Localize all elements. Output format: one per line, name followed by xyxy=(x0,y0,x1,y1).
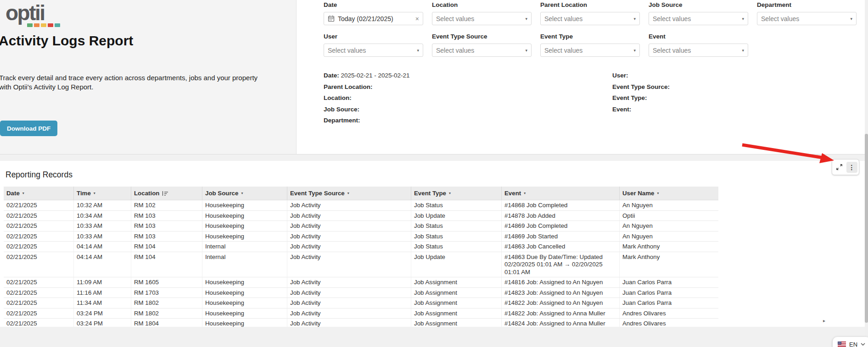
filter-event: EventSelect values▾ xyxy=(649,33,748,57)
report-header-pane: optii Activity Logs Report Track every d… xyxy=(0,0,297,154)
filter-job-source: Job SourceSelect values▾ xyxy=(649,1,748,25)
cell-user-name: Andres Olivares xyxy=(619,308,718,319)
column-header-label: User Name xyxy=(622,190,654,197)
cell-job-source: Internal xyxy=(202,242,287,252)
table-row: 02/21/202510:33 AMRM 103HousekeepingJob … xyxy=(4,221,718,231)
table-row: 02/21/202510:32 AMRM 102HousekeepingJob … xyxy=(4,200,718,211)
filter-label: Event Type Source xyxy=(432,33,532,41)
summary-right-column: User:Event Type Source:Event Type:Event: xyxy=(612,72,670,117)
cell-event: #14824 Job: Assigned to Anna Muller xyxy=(501,319,619,327)
sort-active-icon xyxy=(162,191,169,196)
column-header-user-name[interactable]: User Name▾ xyxy=(619,187,718,200)
cell-time: 10:33 AM xyxy=(73,231,131,242)
filter-label: User xyxy=(324,33,423,41)
kebab-menu-button[interactable]: ⋮ xyxy=(846,162,857,173)
cell-event-type: Job Update xyxy=(411,252,501,277)
column-header-location[interactable]: Location xyxy=(131,187,202,200)
cell-date: 02/21/2025 xyxy=(4,319,73,327)
cell-event-type-source: Job Activity xyxy=(287,252,411,277)
cell-date: 02/21/2025 xyxy=(4,277,73,287)
filter-event-type-source: Event Type SourceSelect values▾ xyxy=(432,33,532,57)
cell-location: RM 102 xyxy=(131,200,202,210)
vertical-scrollbar-thumb[interactable] xyxy=(865,134,868,323)
cell-event-type-source: Job Activity xyxy=(287,298,411,308)
sort-caret-icon: ▾ xyxy=(347,191,349,195)
chevron-down-icon: ▾ xyxy=(525,48,527,53)
panel-actions-toolbar: ⋮ xyxy=(832,159,859,175)
column-header-event[interactable]: Event▾ xyxy=(501,187,619,200)
cell-time: 11:34 AM xyxy=(73,298,131,308)
cell-location: RM 1802 xyxy=(131,298,202,308)
chevron-down-icon xyxy=(861,343,865,346)
summary-value: 2025-02-21 - 2025-02-21 xyxy=(339,72,410,79)
page-title: Activity Logs Report xyxy=(0,33,133,49)
reporting-records-title: Reporting Records xyxy=(6,170,73,180)
table-row: 02/21/202511:09 AMRM 1605HousekeepingJob… xyxy=(4,277,718,288)
cell-event-type-source: Job Activity xyxy=(287,221,411,231)
cell-user-name: Juan Carlos Parra xyxy=(619,298,718,308)
table-row: 02/21/202503:24 PMRM 1802HousekeepingJob… xyxy=(4,308,718,319)
chevron-down-icon: ▾ xyxy=(633,48,636,53)
department-dropdown[interactable]: Select values▾ xyxy=(757,12,857,25)
date-filter-value: Today (02/21/2025) xyxy=(338,15,415,22)
summary-event-type: Event Type: xyxy=(612,94,670,106)
clear-icon[interactable]: × xyxy=(415,16,419,22)
column-header-event-type-source[interactable]: Event Type Source▾ xyxy=(287,187,411,200)
date-date-picker[interactable]: Today (02/21/2025)× xyxy=(324,12,423,25)
filter-label: Department xyxy=(757,1,857,10)
summary-date: Date: 2025-02-21 - 2025-02-21 xyxy=(324,72,410,83)
records-table-body: 02/21/202510:32 AMRM 102HousekeepingJob … xyxy=(4,200,718,327)
event-dropdown[interactable]: Select values▾ xyxy=(649,44,748,57)
filter-label: Job Source xyxy=(649,1,748,10)
job-source-dropdown[interactable]: Select values▾ xyxy=(649,12,748,25)
cell-time: 04:14 AM xyxy=(73,242,131,252)
column-header-date[interactable]: Date▾ xyxy=(4,187,73,200)
user-dropdown[interactable]: Select values▾ xyxy=(324,44,423,57)
cell-time: 11:09 AM xyxy=(73,277,131,287)
table-row: 02/21/202510:34 AMRM 103HousekeepingJob … xyxy=(4,211,718,221)
table-row: 02/21/202511:16 AMRM 1703HousekeepingJob… xyxy=(4,288,718,298)
cell-location: RM 1605 xyxy=(131,277,202,287)
expand-button[interactable] xyxy=(834,162,845,173)
cell-event: #14868 Job Completed xyxy=(501,200,619,210)
column-header-event-type[interactable]: Event Type▾ xyxy=(411,187,501,200)
event-type-dropdown[interactable]: Select values▾ xyxy=(540,44,640,57)
cell-event-type-source: Job Activity xyxy=(287,231,411,242)
cell-job-source: Housekeeping xyxy=(202,288,287,298)
dropdown-placeholder: Select values xyxy=(761,15,848,22)
cell-event: #14878 Job Added xyxy=(501,211,619,221)
column-header-label: Job Source xyxy=(205,190,238,197)
filter-row-1: DateToday (02/21/2025)×LocationSelect va… xyxy=(324,1,857,25)
location-dropdown[interactable]: Select values▾ xyxy=(432,12,532,25)
cell-job-source: Internal xyxy=(202,252,287,277)
cell-event-type-source: Job Activity xyxy=(287,319,411,327)
kebab-menu-icon: ⋮ xyxy=(849,164,855,171)
table-row: 02/21/202504:14 AMRM 104InternalJob Acti… xyxy=(4,252,718,278)
cell-event: #14869 Job Completed xyxy=(501,221,619,231)
summary-label: Event Type Source: xyxy=(612,83,670,90)
column-header-label: Time xyxy=(77,190,91,197)
cell-location: RM 103 xyxy=(131,221,202,231)
dropdown-placeholder: Select values xyxy=(328,47,415,54)
cell-event-type: Job Assignment xyxy=(411,298,501,308)
cell-event-type: Job Status xyxy=(411,200,501,210)
cell-user-name: An Nguyen xyxy=(619,231,718,242)
event-type-source-dropdown[interactable]: Select values▾ xyxy=(432,44,532,57)
cell-event: #14822 Job: Assigned to Anna Muller xyxy=(501,308,619,319)
download-pdf-button[interactable]: Download PDF xyxy=(0,121,57,136)
column-header-job-source[interactable]: Job Source▾ xyxy=(202,187,287,200)
cell-date: 02/21/2025 xyxy=(4,308,73,319)
chevron-down-icon: ▾ xyxy=(525,17,527,21)
chevron-down-icon: ▾ xyxy=(742,17,744,21)
dropdown-placeholder: Select values xyxy=(653,15,740,22)
parent-location-dropdown[interactable]: Select values▾ xyxy=(540,12,640,25)
language-selector[interactable]: EN xyxy=(833,337,868,347)
summary-label: Location: xyxy=(324,94,352,101)
filter-row-2: UserSelect values▾Event Type SourceSelec… xyxy=(324,33,748,57)
filter-label: Date xyxy=(324,1,423,10)
cell-date: 02/21/2025 xyxy=(4,200,73,210)
horizontal-scroll-right-icon[interactable]: ▸ xyxy=(823,318,825,323)
column-header-time[interactable]: Time▾ xyxy=(73,187,131,200)
vertical-scrollbar-track xyxy=(865,0,868,347)
cell-event-type-source: Job Activity xyxy=(287,308,411,319)
